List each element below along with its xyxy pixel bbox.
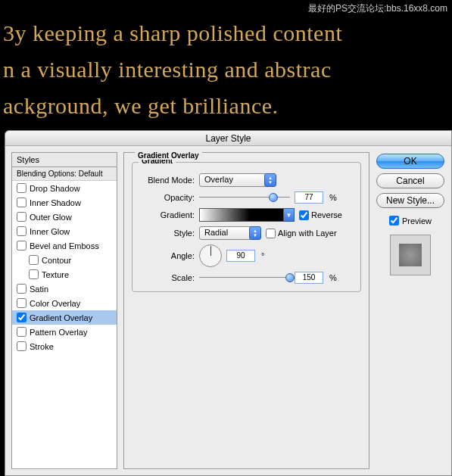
style-item-label: Inner Shadow [30, 198, 81, 207]
style-item-contour[interactable]: Contour [12, 253, 117, 267]
align-label: Align with Layer [278, 229, 337, 238]
preview-inner [399, 244, 422, 266]
style-label: Style: [140, 229, 195, 238]
preview-swatch [390, 235, 431, 275]
opacity-value[interactable]: 77 [295, 191, 323, 204]
style-item-label: Inner Glow [30, 227, 70, 236]
style-item-drop-shadow[interactable]: Drop Shadow [12, 181, 117, 195]
scale-slider[interactable] [199, 272, 290, 283]
watermark-text: 最好的PS交流论坛:bbs.16xx8.com [308, 2, 447, 15]
dialog-title: Layer Style [5, 131, 451, 146]
right-column: OK Cancel New Style... Preview [376, 152, 445, 469]
preview-input[interactable] [389, 216, 399, 226]
angle-unit: ° [261, 251, 264, 260]
style-checkbox[interactable] [17, 183, 26, 193]
opacity-slider[interactable] [199, 192, 290, 203]
style-item-pattern-overlay[interactable]: Pattern Overlay [12, 325, 117, 339]
style-item-stroke[interactable]: Stroke [12, 339, 117, 353]
gradient-label: Gradient: [140, 210, 195, 219]
style-item-texture[interactable]: Texture [12, 267, 117, 282]
blending-options-row[interactable]: Blending Options: Default [12, 167, 117, 181]
style-item-label: Bevel and Emboss [30, 241, 99, 250]
style-item-inner-shadow[interactable]: Inner Shadow [12, 195, 117, 210]
styles-panel: Styles Blending Options: Default Drop Sh… [11, 152, 117, 469]
blend-mode-label: Blend Mode: [140, 176, 195, 185]
angle-label: Angle: [140, 251, 195, 260]
style-item-label: Stroke [30, 342, 54, 351]
new-style-button[interactable]: New Style... [376, 193, 444, 208]
style-checkbox[interactable] [29, 269, 39, 279]
style-item-satin[interactable]: Satin [12, 282, 117, 296]
style-checkbox[interactable] [17, 226, 26, 236]
gradient-picker-arrow[interactable]: ▼ [284, 208, 295, 222]
style-item-outer-glow[interactable]: Outer Glow [12, 210, 117, 224]
angle-dial[interactable] [199, 244, 222, 267]
align-input[interactable] [266, 229, 276, 238]
style-item-gradient-overlay[interactable]: Gradient Overlay [12, 310, 117, 325]
style-checkbox[interactable] [17, 298, 26, 308]
gradient-group: Gradient Blend Mode: Overlay ▲▼ Opacity:… [132, 162, 361, 292]
style-checkbox[interactable] [17, 327, 26, 337]
style-item-bevel-and-emboss[interactable]: Bevel and Emboss [12, 238, 117, 253]
style-checkbox[interactable] [17, 284, 26, 294]
preview-label: Preview [402, 216, 432, 226]
blend-mode-select[interactable]: Overlay [199, 173, 267, 187]
style-checkbox[interactable] [17, 241, 26, 250]
styles-header[interactable]: Styles [12, 153, 117, 167]
ok-button[interactable]: OK [376, 154, 444, 169]
options-panel: Gradient Overlay Gradient Blend Mode: Ov… [123, 152, 369, 469]
background-sample-text: 3y keeping a sharp polished content n a … [0, 15, 452, 124]
opacity-unit: % [329, 193, 337, 202]
reverse-label: Reverse [311, 210, 342, 219]
style-item-inner-glow[interactable]: Inner Glow [12, 224, 117, 238]
style-item-label: Satin [30, 285, 48, 294]
style-item-label: Outer Glow [30, 213, 72, 222]
layer-style-dialog: Layer Style Styles Blending Options: Def… [5, 130, 452, 476]
style-checkbox[interactable] [17, 198, 26, 207]
gradient-swatch[interactable] [199, 208, 284, 222]
style-checkbox[interactable] [17, 313, 26, 322]
style-item-label: Gradient Overlay [30, 313, 92, 322]
reverse-input[interactable] [299, 210, 309, 220]
reverse-checkbox[interactable]: Reverse [299, 210, 342, 220]
style-item-color-overlay[interactable]: Color Overlay [12, 296, 117, 310]
style-item-label: Contour [42, 256, 71, 265]
style-item-label: Color Overlay [30, 299, 80, 308]
style-checkbox[interactable] [29, 255, 39, 265]
style-item-label: Texture [42, 270, 69, 279]
dialog-body: Styles Blending Options: Default Drop Sh… [5, 146, 451, 475]
scale-label: Scale: [140, 273, 195, 282]
style-item-label: Drop Shadow [30, 184, 80, 193]
blend-mode-stepper[interactable]: ▲▼ [264, 173, 276, 187]
angle-value[interactable]: 90 [226, 250, 255, 262]
scale-unit: % [329, 273, 337, 282]
opacity-label: Opacity: [140, 193, 195, 202]
style-stepper[interactable]: ▲▼ [249, 226, 261, 240]
style-item-label: Pattern Overlay [30, 328, 87, 337]
style-checkbox[interactable] [17, 341, 26, 351]
style-checkbox[interactable] [17, 212, 26, 222]
style-select[interactable]: Radial [199, 226, 252, 240]
section-title: Gradient Overlay [135, 151, 202, 160]
align-checkbox[interactable]: Align with Layer [266, 229, 337, 238]
cancel-button[interactable]: Cancel [376, 173, 444, 188]
preview-checkbox[interactable]: Preview [389, 216, 432, 226]
scale-value[interactable]: 150 [295, 272, 323, 284]
